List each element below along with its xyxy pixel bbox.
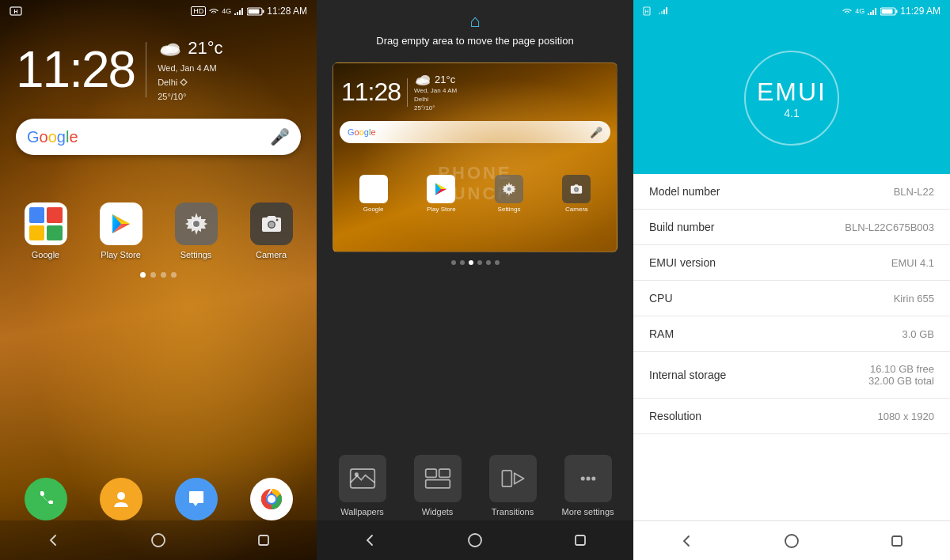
svg-rect-7 <box>263 9 264 13</box>
more-settings-icon <box>564 455 612 502</box>
svg-point-59 <box>785 535 798 547</box>
svg-rect-5 <box>241 8 243 15</box>
emui-status-bar: H 4G <box>633 0 950 22</box>
recents-button-p1[interactable] <box>248 524 279 556</box>
contacts-svg <box>110 488 132 510</box>
app-icon-playstore[interactable]: Play Store <box>91 202 150 259</box>
home-icon: ⌂ <box>317 11 633 32</box>
emui-signal-bars <box>867 7 878 16</box>
google-search-bar[interactable]: Google 🎤 <box>16 119 301 155</box>
svg-rect-27 <box>259 535 268 545</box>
settings-icon-img <box>175 202 218 245</box>
app-icon-camera[interactable]: Camera <box>241 202 301 259</box>
preview-label-google: Google <box>363 206 384 213</box>
preview-settings-icon <box>495 175 523 203</box>
recents-button-p3[interactable] <box>881 525 913 557</box>
chrome-dock-icon <box>250 478 293 520</box>
clock-divider <box>146 42 146 97</box>
home-button-p1[interactable] <box>142 524 174 556</box>
emui-logo-area: EMUI 4.1 <box>633 22 950 174</box>
preview-label-settings: Settings <box>498 206 521 213</box>
transitions-icon <box>489 455 537 502</box>
svg-text:H: H <box>644 9 648 14</box>
preview-time: 11:28 <box>341 78 401 107</box>
app-icon-settings[interactable]: Settings <box>166 202 226 259</box>
dock-messages[interactable] <box>170 478 222 520</box>
svg-rect-60 <box>892 536 902 546</box>
home-button-p2[interactable] <box>459 524 491 556</box>
drag-instruction-text: Drag empty area to move the page positio… <box>376 35 573 47</box>
ram-value: 3.0 GB <box>902 328 934 340</box>
info-row-storage: Internal storage 16.10 GB free 32.00 GB … <box>633 352 950 399</box>
app-label-google: Google <box>32 250 59 259</box>
dock-phone[interactable] <box>20 478 71 520</box>
svg-rect-3 <box>237 12 238 15</box>
emui-header: H 4G <box>633 0 950 174</box>
status-time: 11:28 AM <box>267 6 307 17</box>
svg-rect-51 <box>666 7 667 14</box>
messages-dock-icon <box>175 478 218 520</box>
recents-button-p2[interactable] <box>564 524 596 556</box>
app-label-playstore: Play Store <box>101 250 141 259</box>
nav-bar-panel2 <box>317 520 633 560</box>
back-button-p1[interactable] <box>37 524 69 556</box>
app-icon-google[interactable]: Google <box>16 202 75 259</box>
wallpapers-icon <box>339 455 386 502</box>
preview-camera-icon <box>562 175 591 203</box>
transitions-option[interactable]: Transitions <box>481 455 545 516</box>
info-table: Model number BLN-L22 Build number BLN-L2… <box>633 174 950 520</box>
nav-bar-panel3 <box>633 520 950 560</box>
panel-page-editor: ⌂ Drag empty area to move the page posit… <box>317 0 633 560</box>
svg-point-32 <box>507 187 511 191</box>
page-dot-1 <box>451 260 456 265</box>
location-icon <box>180 78 188 86</box>
app-grid: Google <box>0 202 317 259</box>
preview-cloud-icon <box>414 73 431 85</box>
svg-point-14 <box>193 221 200 227</box>
back-button-p3[interactable] <box>671 525 702 557</box>
date-info: Wed, Jan 4 AM <box>158 63 222 73</box>
svg-rect-38 <box>439 469 450 477</box>
cpu-value: Kirin 655 <box>894 293 934 305</box>
mic-icon[interactable]: 🎤 <box>270 127 290 146</box>
settings-svg <box>184 211 209 236</box>
playstore-icon-img <box>100 202 142 245</box>
more-settings-option[interactable]: More settings <box>557 455 620 516</box>
emui-network: 4G <box>855 7 864 15</box>
svg-rect-48 <box>659 13 660 14</box>
preview-location: Delhi <box>414 96 457 103</box>
svg-rect-40 <box>502 471 511 486</box>
svg-rect-58 <box>882 9 893 13</box>
emui-status-right: 4G 11:29 AM <box>842 6 940 17</box>
wallpapers-label: Wallpapers <box>340 507 384 516</box>
google-logo: Google <box>27 128 78 146</box>
svg-point-17 <box>276 219 278 221</box>
huawei-icon: H <box>10 6 22 16</box>
storage-value: 16.10 GB free 32.00 GB total <box>868 363 934 387</box>
battery-icon <box>247 7 264 16</box>
svg-rect-8 <box>249 9 260 13</box>
svg-point-41 <box>580 476 584 480</box>
app-label-camera: Camera <box>256 250 287 259</box>
storage-label: Internal storage <box>649 369 726 381</box>
svg-point-16 <box>268 222 274 228</box>
page-dots-panel1 <box>0 272 317 278</box>
dot-3 <box>161 272 166 278</box>
more-settings-label: More settings <box>561 507 614 516</box>
preview-date: Wed, Jan 4 AM <box>414 87 457 94</box>
preview-right: 21°c Wed, Jan 4 AM Delhi 25°/10° <box>414 73 457 112</box>
widgets-option[interactable]: Widgets <box>406 455 469 516</box>
wifi-icon <box>208 7 219 16</box>
svg-point-42 <box>586 476 590 480</box>
svg-rect-37 <box>425 469 436 477</box>
dock-chrome[interactable] <box>245 478 297 520</box>
wallpapers-option[interactable]: Wallpapers <box>331 455 394 516</box>
widgets-label: Widgets <box>422 507 454 516</box>
svg-rect-54 <box>872 10 874 15</box>
dock-contacts[interactable] <box>95 478 146 520</box>
panel-homescreen: H HD 4G 11:28 AM <box>0 0 317 560</box>
back-button-p2[interactable] <box>354 524 386 556</box>
clock-widget: 11:28 21°c Wed, Jan 4 AM Delhi 25°/10° <box>0 22 317 109</box>
svg-rect-45 <box>576 535 585 545</box>
home-button-p3[interactable] <box>776 525 808 557</box>
